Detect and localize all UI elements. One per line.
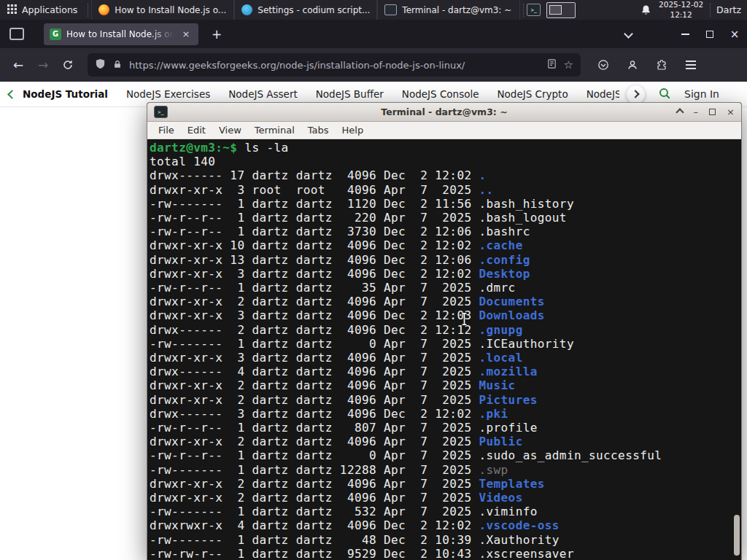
terminal-output-line: -rw-r--r-- 1 dartz dartz 0 Apr 7 2025 .s… bbox=[150, 448, 741, 462]
file-meta: -rw-r--r-- 1 dartz dartz 807 Apr 7 2025 bbox=[150, 421, 479, 435]
file-name: Downloads bbox=[479, 308, 544, 322]
extensions-icon[interactable] bbox=[649, 53, 674, 77]
terminal-output-line: -rw-r--r-- 1 dartz dartz 3730 Dec 2 12:0… bbox=[150, 225, 741, 238]
gfg-nav-link-nodejs-assert[interactable]: NodeJS Assert bbox=[228, 88, 298, 100]
taskbar-window-title: Settings - codium script... bbox=[258, 5, 370, 15]
terminal-output-line: -rw------- 1 dartz dartz 532 Apr 7 2025 … bbox=[150, 505, 741, 518]
gfg-scroll-left-icon[interactable] bbox=[7, 90, 17, 99]
file-meta: -rw------- 1 dartz dartz 1120 Dec 2 11:5… bbox=[150, 197, 479, 211]
terminal-minimize-button[interactable]: – bbox=[694, 107, 699, 117]
terminal-output-line: -rw-r--r-- 1 dartz dartz 220 Apr 7 2025 … bbox=[150, 211, 741, 225]
url-bar[interactable]: https://www.geeksforgeeks.org/node-js/in… bbox=[88, 53, 581, 77]
file-meta: drwx------ 4 dartz dartz 4096 Apr 7 2025 bbox=[150, 365, 479, 378]
file-meta: drwxr-xr-x 3 root root 4096 Apr 7 2025 bbox=[150, 183, 479, 197]
file-name: .viminfo bbox=[479, 505, 537, 518]
panel-separator bbox=[710, 4, 711, 17]
file-name: .swp bbox=[479, 463, 508, 477]
gfg-search-icon[interactable] bbox=[658, 87, 671, 102]
file-name: .vscode-oss bbox=[479, 518, 559, 532]
terminal-close-button[interactable]: × bbox=[727, 107, 735, 117]
taskbar-window-list: How to Install Node.js o...Settings - co… bbox=[91, 0, 520, 20]
terminal-output-line: -rw------- 1 dartz dartz 12288 Apr 7 202… bbox=[150, 463, 741, 477]
terminal-maximize-button[interactable] bbox=[709, 109, 716, 115]
tab-title: How to Install Node.js on... bbox=[66, 29, 174, 39]
applications-menu-button[interactable]: Applications bbox=[0, 0, 85, 20]
terminal-output-line: drwxr-xr-x 2 dartz dartz 4096 Apr 7 2025… bbox=[150, 393, 741, 407]
terminal-shade-button[interactable] bbox=[676, 108, 684, 116]
terminal-menubar: FileEditViewTerminalTabsHelp bbox=[147, 122, 741, 139]
pocket-icon[interactable] bbox=[591, 53, 616, 77]
back-button[interactable]: ← bbox=[6, 53, 31, 77]
file-meta: -rw-r--r-- 1 dartz dartz 220 Apr 7 2025 bbox=[150, 211, 479, 225]
gfg-nav-link-nodejs-buffer[interactable]: NodeJS Buffer bbox=[316, 88, 384, 100]
reader-mode-icon[interactable] bbox=[546, 58, 557, 72]
reload-button[interactable] bbox=[55, 53, 80, 77]
terminal-output-line: drwxr-xr-x 3 root root 4096 Apr 7 2025 .… bbox=[150, 183, 741, 197]
tab-close-icon[interactable]: × bbox=[179, 28, 193, 41]
terminal-menu-help[interactable]: Help bbox=[336, 125, 371, 136]
list-all-tabs-icon[interactable] bbox=[619, 25, 638, 44]
gfg-nav-link-nodejs-tutorial[interactable]: NodeJS Tutorial bbox=[23, 88, 108, 100]
panel-clock[interactable]: 2025-12-02 12:12 bbox=[659, 0, 703, 19]
account-icon[interactable] bbox=[620, 53, 645, 77]
terminal-output-line: drwxr-xr-x 10 dartz dartz 4096 Dec 2 12:… bbox=[150, 238, 741, 252]
tray-terminal-icon[interactable]: >_ bbox=[527, 4, 541, 16]
terminal-titlebar[interactable]: >_ Terminal - dartz@vm3: ~ – × bbox=[147, 103, 741, 122]
terminal-output-line: drwxr-xr-x 2 dartz dartz 4096 Apr 7 2025… bbox=[150, 378, 741, 392]
bookmark-star-icon[interactable]: ☆ bbox=[564, 58, 573, 71]
gfg-sign-in-button[interactable]: Sign In bbox=[684, 88, 719, 100]
gfg-nav-link-nodejs-exercises[interactable]: NodeJS Exercises bbox=[126, 88, 210, 100]
workspace-switcher[interactable] bbox=[546, 2, 576, 18]
terminal-scrollbar-thumb[interactable] bbox=[734, 515, 740, 556]
firefox-view-icon[interactable] bbox=[9, 28, 24, 40]
file-name: .bash_history bbox=[479, 197, 573, 211]
file-meta: drwxr-xr-x 2 dartz dartz 4096 Apr 7 2025 bbox=[150, 477, 479, 491]
file-meta: drwxr-xr-x 2 dartz dartz 4096 Apr 7 2025 bbox=[150, 435, 479, 448]
file-meta: -rw-r--r-- 1 dartz dartz 3730 Dec 2 12:0… bbox=[150, 225, 479, 238]
notification-bell-icon[interactable] bbox=[640, 4, 651, 15]
file-name: .xscreensaver bbox=[479, 547, 573, 560]
taskbar-window-title: Terminal - dartz@vm3: ~ bbox=[402, 5, 511, 15]
gfg-nav-link-nodejs-console[interactable]: NodeJS Console bbox=[402, 88, 479, 100]
tracking-shield-icon[interactable] bbox=[95, 58, 106, 72]
gfg-nav-link-nodejs-dns[interactable]: NodeJS DNS bbox=[587, 88, 619, 100]
file-name: .bashrc bbox=[479, 225, 530, 238]
terminal-menu-file[interactable]: File bbox=[152, 125, 181, 136]
window-close-button[interactable]: × bbox=[722, 23, 747, 45]
terminal-output-line: drwxr-xr-x 2 dartz dartz 4096 Apr 7 2025… bbox=[150, 491, 741, 505]
url-text[interactable]: https://www.geeksforgeeks.org/node-js/in… bbox=[129, 60, 540, 71]
file-name: .Xauthority bbox=[479, 533, 559, 547]
new-tab-button[interactable]: + bbox=[207, 25, 226, 44]
gfg-nav-links: NodeJS TutorialNodeJS ExercisesNodeJS As… bbox=[23, 88, 619, 100]
screen: { "panel": { "applications_label": "Appl… bbox=[0, 0, 747, 560]
user-menu[interactable]: Dartz bbox=[716, 4, 741, 15]
terminal-output-line: drwx------ 3 dartz dartz 4096 Dec 2 12:0… bbox=[150, 407, 741, 421]
lock-icon[interactable] bbox=[112, 58, 123, 72]
terminal-output-line: drwxr-xr-x 3 dartz dartz 4096 Dec 2 12:0… bbox=[150, 308, 741, 322]
toolbar-right-icons bbox=[591, 53, 703, 77]
terminal-menu-view[interactable]: View bbox=[212, 125, 248, 136]
taskbar-window-firefox[interactable]: How to Install Node.js o... bbox=[91, 0, 234, 20]
taskbar-window-terminal[interactable]: Terminal - dartz@vm3: ~ bbox=[377, 0, 520, 20]
gfg-nav-link-nodejs-crypto[interactable]: NodeJS Crypto bbox=[498, 88, 568, 100]
terminal-menu-terminal[interactable]: Terminal bbox=[248, 125, 301, 136]
terminal-output-line: -rw-r--r-- 1 dartz dartz 807 Apr 7 2025 … bbox=[150, 421, 741, 435]
window-maximize-button[interactable] bbox=[697, 23, 722, 45]
file-meta: drwxr-xr-x 10 dartz dartz 4096 Dec 2 12:… bbox=[150, 238, 479, 252]
terminal-menu-edit[interactable]: Edit bbox=[181, 125, 212, 136]
gfg-scroll-right-icon[interactable] bbox=[627, 85, 645, 104]
window-minimize-button[interactable] bbox=[673, 23, 697, 45]
forward-button[interactable]: → bbox=[31, 53, 55, 77]
shell-command: ls -la bbox=[244, 141, 288, 155]
terminal-viewport[interactable]: dartz@vm3:~$ ls -la total 140 drwx------… bbox=[147, 139, 741, 560]
terminal-prompt-line: dartz@vm3:~$ ls -la bbox=[150, 141, 741, 155]
top-panel: Applications How to Install Node.js o...… bbox=[0, 0, 747, 20]
terminal-menu-tabs[interactable]: Tabs bbox=[301, 125, 336, 136]
terminal-output-line: drwxr-xr-x 2 dartz dartz 4096 Apr 7 2025… bbox=[150, 435, 741, 448]
terminal-output-line: drwx------ 2 dartz dartz 4096 Dec 2 12:1… bbox=[150, 323, 741, 337]
firefox-icon bbox=[98, 4, 109, 15]
menu-hamburger-icon[interactable] bbox=[678, 53, 703, 77]
taskbar-window-codium[interactable]: Settings - codium script... bbox=[234, 0, 377, 20]
browser-tab-active[interactable]: G How to Install Node.js on... × bbox=[44, 23, 198, 45]
file-name: Desktop bbox=[479, 267, 530, 281]
